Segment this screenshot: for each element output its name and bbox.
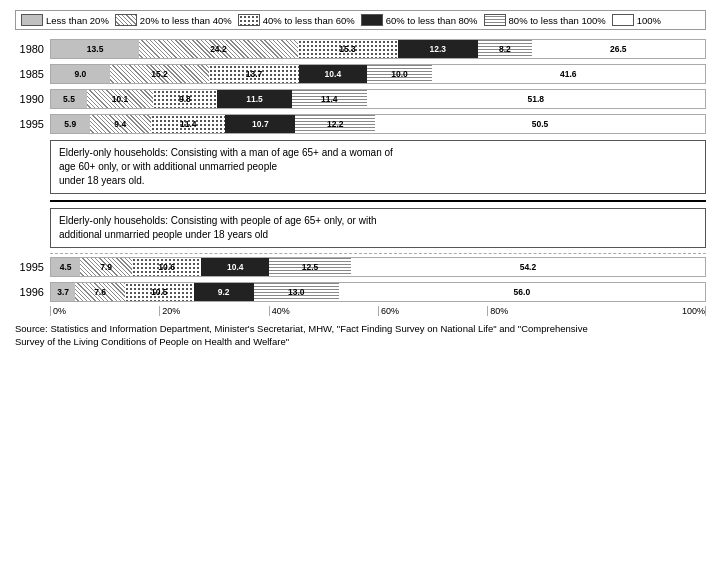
legend-item: 100% xyxy=(612,14,661,26)
chart-row: 19963.77.610.59.213.056.0 xyxy=(15,281,706,303)
bar-segment: 13.7 xyxy=(209,65,299,83)
bar-container: 3.77.610.59.213.056.0 xyxy=(50,282,706,302)
bar-segment: 11.4 xyxy=(292,90,366,108)
bar-container: 5.510.19.811.511.451.8 xyxy=(50,89,706,109)
legend-color-box xyxy=(612,14,634,26)
legend-item: 20% to less than 40% xyxy=(115,14,232,26)
legend-item: 60% to less than 80% xyxy=(361,14,478,26)
thin-divider xyxy=(50,253,706,254)
bar-segment: 5.9 xyxy=(51,115,90,133)
legend-color-box xyxy=(484,14,506,26)
bar-segment: 7.9 xyxy=(80,258,132,276)
bar-segment: 56.0 xyxy=(339,283,705,301)
bar-segment: 13.0 xyxy=(254,283,339,301)
bar-segment: 10.6 xyxy=(132,258,201,276)
legend-item: 40% to less than 60% xyxy=(238,14,355,26)
bar-segment: 51.8 xyxy=(367,90,705,108)
bar-segment: 10.5 xyxy=(125,283,194,301)
section-divider xyxy=(50,200,706,202)
chart-row: 19859.015.213.710.410.041.6 xyxy=(15,63,706,85)
bar-container: 13.524.215.312.38.226.5 xyxy=(50,39,706,59)
chart-area: 198013.524.215.312.38.226.519859.015.213… xyxy=(15,38,706,316)
bar-segment: 9.0 xyxy=(51,65,110,83)
legend-label: Less than 20% xyxy=(46,15,109,26)
chart-row: 19954.57.910.610.412.554.2 xyxy=(15,256,706,278)
year-label: 1980 xyxy=(15,43,50,55)
x-axis: 0%20%40%60%80%100% xyxy=(50,306,706,316)
bar-segment: 10.7 xyxy=(225,115,295,133)
x-axis-tick: 80% xyxy=(487,306,596,316)
bar-segment: 10.1 xyxy=(87,90,153,108)
legend-label: 100% xyxy=(637,15,661,26)
year-label: 1985 xyxy=(15,68,50,80)
legend: Less than 20%20% to less than 40%40% to … xyxy=(15,10,706,30)
legend-label: 60% to less than 80% xyxy=(386,15,478,26)
note-box-2: Elderly-only households: Consisting with… xyxy=(50,208,706,248)
bar-segment: 9.4 xyxy=(90,115,151,133)
bar-segment: 10.0 xyxy=(367,65,432,83)
bar-segment: 9.8 xyxy=(153,90,217,108)
legend-color-box xyxy=(361,14,383,26)
bar-segment: 12.2 xyxy=(295,115,375,133)
chart-row: 198013.524.215.312.38.226.5 xyxy=(15,38,706,60)
bar-segment: 50.5 xyxy=(375,115,705,133)
legend-label: 20% to less than 40% xyxy=(140,15,232,26)
bar-segment: 13.5 xyxy=(51,40,139,58)
bar-segment: 41.6 xyxy=(432,65,704,83)
legend-color-box xyxy=(238,14,260,26)
legend-color-box xyxy=(115,14,137,26)
bar-segment: 10.4 xyxy=(201,258,269,276)
bar-container: 9.015.213.710.410.041.6 xyxy=(50,64,706,84)
bar-segment: 12.5 xyxy=(269,258,351,276)
legend-label: 40% to less than 60% xyxy=(263,15,355,26)
bar-segment: 15.3 xyxy=(298,40,398,58)
bar-segment: 15.2 xyxy=(110,65,209,83)
year-label: 1996 xyxy=(15,286,50,298)
bar-segment: 24.2 xyxy=(139,40,297,58)
chart-row: 19955.99.411.410.712.250.5 xyxy=(15,113,706,135)
bar-container: 4.57.910.610.412.554.2 xyxy=(50,257,706,277)
x-axis-tick: 20% xyxy=(159,306,268,316)
legend-label: 80% to less than 100% xyxy=(509,15,606,26)
x-axis-tick: 0% xyxy=(50,306,159,316)
bar-segment: 26.5 xyxy=(532,40,705,58)
legend-color-box xyxy=(21,14,43,26)
x-axis-tick: 100% xyxy=(597,306,706,316)
bar-segment: 11.5 xyxy=(217,90,292,108)
bar-segment: 8.2 xyxy=(478,40,532,58)
note-box-1: Elderly-only households: Consisting with… xyxy=(50,140,706,194)
legend-item: 80% to less than 100% xyxy=(484,14,606,26)
bar-segment: 4.5 xyxy=(51,258,80,276)
bar-segment: 3.7 xyxy=(51,283,75,301)
legend-item: Less than 20% xyxy=(21,14,109,26)
bar-segment: 54.2 xyxy=(351,258,705,276)
bar-segment: 12.3 xyxy=(398,40,478,58)
x-axis-tick: 40% xyxy=(269,306,378,316)
year-label: 1990 xyxy=(15,93,50,105)
bar-segment: 11.4 xyxy=(151,115,225,133)
bar-segment: 5.5 xyxy=(51,90,87,108)
year-label: 1995 xyxy=(15,118,50,130)
x-axis-tick: 60% xyxy=(378,306,487,316)
year-label: 1995 xyxy=(15,261,50,273)
bar-segment: 10.4 xyxy=(299,65,367,83)
bar-segment: 7.6 xyxy=(75,283,125,301)
bar-container: 5.99.411.410.712.250.5 xyxy=(50,114,706,134)
chart-row: 19905.510.19.811.511.451.8 xyxy=(15,88,706,110)
bar-segment: 9.2 xyxy=(194,283,254,301)
source-text: Source: Statistics and Information Depar… xyxy=(15,322,706,349)
